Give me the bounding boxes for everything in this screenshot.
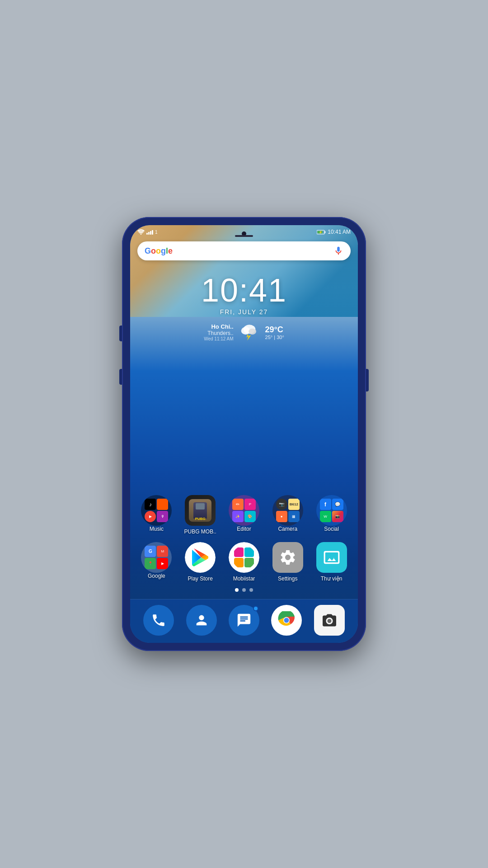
app-editor[interactable]: ✏ P ✨ 🎨 Editor bbox=[224, 495, 264, 535]
app-playstore-label: Play Store bbox=[188, 576, 213, 582]
svg-point-14 bbox=[327, 619, 331, 623]
dock-messages[interactable] bbox=[229, 605, 259, 636]
phone-device: 1 ⚡ 10:41 AM Google bbox=[122, 217, 366, 651]
dock-chrome[interactable] bbox=[271, 605, 302, 636]
app-mobiistar-label: Mobiistar bbox=[233, 576, 255, 582]
app-playstore[interactable]: Play Store bbox=[180, 542, 220, 582]
page-dot-1[interactable] bbox=[235, 588, 239, 592]
dock-contacts[interactable] bbox=[186, 605, 217, 636]
weather-temperature: 29°C bbox=[265, 325, 284, 335]
mic-icon[interactable] bbox=[333, 246, 343, 256]
app-row-2: G M 📍 ▶ Google bbox=[130, 538, 358, 585]
weather-icon bbox=[238, 321, 261, 344]
clock-time: 10:41 bbox=[130, 274, 358, 307]
svg-rect-2 bbox=[324, 231, 325, 233]
svg-point-0 bbox=[141, 234, 142, 235]
power-button[interactable] bbox=[366, 369, 369, 392]
app-settings[interactable]: Settings bbox=[268, 542, 308, 582]
weather-time: Wed 11:12 AM bbox=[204, 336, 233, 341]
status-right: ⚡ 10:41 AM bbox=[317, 229, 351, 235]
app-grid: ♪ ▶ 🎙 Music bbox=[130, 344, 358, 599]
app-pubg[interactable]: PUBG PUBG MOB.. bbox=[180, 495, 220, 535]
app-settings-label: Settings bbox=[278, 576, 297, 582]
app-social[interactable]: f 💬 W 📸 Social bbox=[312, 495, 352, 535]
weather-condition: Thunders.. bbox=[204, 330, 233, 336]
dock bbox=[130, 599, 358, 643]
clock-date: FRI, JULY 27 bbox=[130, 308, 358, 316]
volume-up-button[interactable] bbox=[119, 326, 122, 341]
app-camera-label: Camera bbox=[278, 526, 297, 532]
weather-range: 25° | 30° bbox=[265, 335, 284, 340]
app-google[interactable]: G M 📍 ▶ Google bbox=[136, 542, 176, 582]
app-row-1: ♪ ▶ 🎙 Music bbox=[130, 491, 358, 538]
volume-down-button[interactable] bbox=[119, 369, 122, 385]
speaker-grille bbox=[235, 235, 253, 237]
clock-status: 10:41 AM bbox=[328, 229, 351, 235]
svg-point-12 bbox=[284, 618, 289, 623]
app-gallery[interactable]: Thư viện bbox=[312, 542, 352, 582]
svg-point-7 bbox=[249, 329, 256, 335]
app-social-label: Social bbox=[324, 526, 339, 532]
svg-text:⚡: ⚡ bbox=[319, 230, 323, 234]
phone-screen: 1 ⚡ 10:41 AM Google bbox=[130, 225, 358, 643]
weather-city: Ho Chi.. bbox=[204, 323, 233, 330]
weather-widget[interactable]: Ho Chi.. Thunders.. Wed 11:12 AM 29°C 25… bbox=[130, 321, 358, 344]
google-logo: Google bbox=[145, 246, 173, 256]
dock-camera[interactable] bbox=[314, 605, 345, 636]
clock-widget: 10:41 FRI, JULY 27 bbox=[130, 274, 358, 316]
app-mobiistar[interactable]: Mobiistar bbox=[224, 542, 264, 582]
app-music[interactable]: ♪ ▶ 🎙 Music bbox=[136, 495, 176, 535]
app-music-label: Music bbox=[150, 526, 164, 532]
battery-icon: ⚡ bbox=[317, 230, 326, 235]
message-badge bbox=[253, 606, 258, 611]
dock-phone[interactable] bbox=[143, 605, 174, 636]
page-dot-2[interactable] bbox=[242, 588, 246, 592]
weather-location: Ho Chi.. Thunders.. Wed 11:12 AM bbox=[204, 323, 233, 341]
app-google-label: Google bbox=[148, 573, 165, 579]
status-left: 1 bbox=[137, 229, 158, 235]
app-camera[interactable]: 📷 B612 ● ▦ Camera bbox=[268, 495, 308, 535]
google-search-bar[interactable]: Google bbox=[137, 241, 351, 260]
app-gallery-label: Thư viện bbox=[321, 576, 343, 582]
home-screen: 1 ⚡ 10:41 AM Google bbox=[130, 225, 358, 643]
page-dot-3[interactable] bbox=[249, 588, 253, 592]
page-dots bbox=[130, 585, 358, 594]
app-editor-label: Editor bbox=[237, 526, 251, 532]
network-label: 1 bbox=[155, 230, 158, 235]
app-pubg-label: PUBG MOB.. bbox=[184, 528, 216, 535]
signal-bars bbox=[146, 229, 153, 235]
weather-temp-info: 29°C 25° | 30° bbox=[265, 325, 284, 340]
svg-marker-8 bbox=[246, 334, 251, 340]
wifi-icon bbox=[137, 229, 145, 235]
